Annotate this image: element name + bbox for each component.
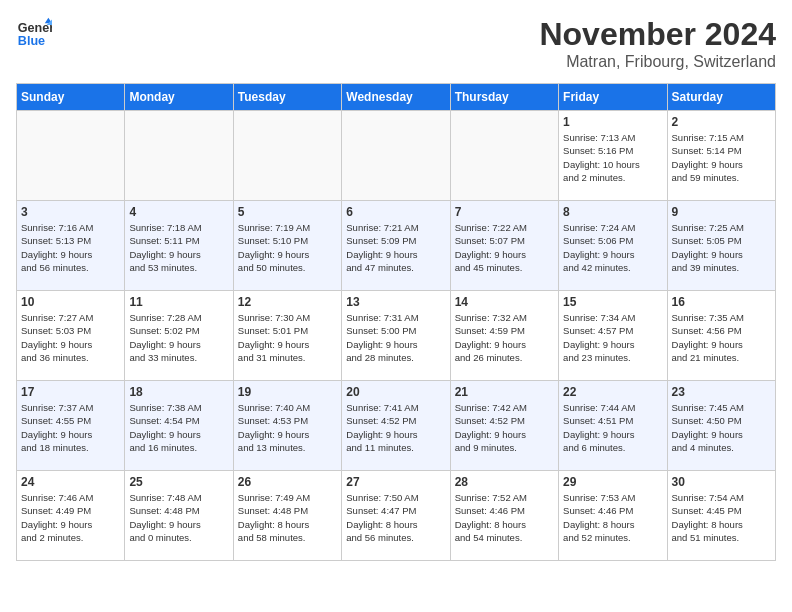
- col-header-monday: Monday: [125, 84, 233, 111]
- day-info: Sunrise: 7:37 AM Sunset: 4:55 PM Dayligh…: [21, 401, 120, 454]
- day-number: 27: [346, 475, 445, 489]
- day-info: Sunrise: 7:38 AM Sunset: 4:54 PM Dayligh…: [129, 401, 228, 454]
- day-info: Sunrise: 7:42 AM Sunset: 4:52 PM Dayligh…: [455, 401, 554, 454]
- week-row-2: 3Sunrise: 7:16 AM Sunset: 5:13 PM Daylig…: [17, 201, 776, 291]
- calendar-cell: 28Sunrise: 7:52 AM Sunset: 4:46 PM Dayli…: [450, 471, 558, 561]
- day-info: Sunrise: 7:27 AM Sunset: 5:03 PM Dayligh…: [21, 311, 120, 364]
- calendar-table: SundayMondayTuesdayWednesdayThursdayFrid…: [16, 83, 776, 561]
- calendar-cell: 23Sunrise: 7:45 AM Sunset: 4:50 PM Dayli…: [667, 381, 775, 471]
- location-title: Matran, Fribourg, Switzerland: [539, 53, 776, 71]
- day-number: 12: [238, 295, 337, 309]
- day-info: Sunrise: 7:19 AM Sunset: 5:10 PM Dayligh…: [238, 221, 337, 274]
- day-number: 11: [129, 295, 228, 309]
- day-info: Sunrise: 7:21 AM Sunset: 5:09 PM Dayligh…: [346, 221, 445, 274]
- day-number: 26: [238, 475, 337, 489]
- day-info: Sunrise: 7:15 AM Sunset: 5:14 PM Dayligh…: [672, 131, 771, 184]
- calendar-cell: 15Sunrise: 7:34 AM Sunset: 4:57 PM Dayli…: [559, 291, 667, 381]
- day-number: 28: [455, 475, 554, 489]
- day-number: 19: [238, 385, 337, 399]
- week-row-5: 24Sunrise: 7:46 AM Sunset: 4:49 PM Dayli…: [17, 471, 776, 561]
- calendar-cell: [17, 111, 125, 201]
- calendar-cell: 1Sunrise: 7:13 AM Sunset: 5:16 PM Daylig…: [559, 111, 667, 201]
- day-info: Sunrise: 7:25 AM Sunset: 5:05 PM Dayligh…: [672, 221, 771, 274]
- day-number: 25: [129, 475, 228, 489]
- day-number: 24: [21, 475, 120, 489]
- calendar-cell: 11Sunrise: 7:28 AM Sunset: 5:02 PM Dayli…: [125, 291, 233, 381]
- month-title: November 2024: [539, 16, 776, 53]
- col-header-thursday: Thursday: [450, 84, 558, 111]
- calendar-cell: 27Sunrise: 7:50 AM Sunset: 4:47 PM Dayli…: [342, 471, 450, 561]
- calendar-cell: 13Sunrise: 7:31 AM Sunset: 5:00 PM Dayli…: [342, 291, 450, 381]
- day-number: 4: [129, 205, 228, 219]
- calendar-cell: 6Sunrise: 7:21 AM Sunset: 5:09 PM Daylig…: [342, 201, 450, 291]
- header: General Blue November 2024 Matran, Fribo…: [16, 16, 776, 71]
- day-number: 5: [238, 205, 337, 219]
- calendar-cell: [233, 111, 341, 201]
- day-number: 21: [455, 385, 554, 399]
- header-row: SundayMondayTuesdayWednesdayThursdayFrid…: [17, 84, 776, 111]
- day-number: 10: [21, 295, 120, 309]
- calendar-cell: 17Sunrise: 7:37 AM Sunset: 4:55 PM Dayli…: [17, 381, 125, 471]
- calendar-cell: 12Sunrise: 7:30 AM Sunset: 5:01 PM Dayli…: [233, 291, 341, 381]
- svg-text:Blue: Blue: [18, 34, 45, 48]
- col-header-wednesday: Wednesday: [342, 84, 450, 111]
- calendar-cell: 14Sunrise: 7:32 AM Sunset: 4:59 PM Dayli…: [450, 291, 558, 381]
- day-number: 15: [563, 295, 662, 309]
- day-number: 22: [563, 385, 662, 399]
- calendar-cell: 9Sunrise: 7:25 AM Sunset: 5:05 PM Daylig…: [667, 201, 775, 291]
- day-number: 1: [563, 115, 662, 129]
- calendar-cell: 24Sunrise: 7:46 AM Sunset: 4:49 PM Dayli…: [17, 471, 125, 561]
- calendar-cell: [342, 111, 450, 201]
- calendar-cell: 26Sunrise: 7:49 AM Sunset: 4:48 PM Dayli…: [233, 471, 341, 561]
- week-row-1: 1Sunrise: 7:13 AM Sunset: 5:16 PM Daylig…: [17, 111, 776, 201]
- calendar-cell: [450, 111, 558, 201]
- calendar-cell: 16Sunrise: 7:35 AM Sunset: 4:56 PM Dayli…: [667, 291, 775, 381]
- day-number: 16: [672, 295, 771, 309]
- day-info: Sunrise: 7:31 AM Sunset: 5:00 PM Dayligh…: [346, 311, 445, 364]
- day-info: Sunrise: 7:30 AM Sunset: 5:01 PM Dayligh…: [238, 311, 337, 364]
- day-info: Sunrise: 7:50 AM Sunset: 4:47 PM Dayligh…: [346, 491, 445, 544]
- calendar-cell: 8Sunrise: 7:24 AM Sunset: 5:06 PM Daylig…: [559, 201, 667, 291]
- day-number: 23: [672, 385, 771, 399]
- day-number: 3: [21, 205, 120, 219]
- day-number: 6: [346, 205, 445, 219]
- calendar-cell: [125, 111, 233, 201]
- day-info: Sunrise: 7:41 AM Sunset: 4:52 PM Dayligh…: [346, 401, 445, 454]
- day-number: 7: [455, 205, 554, 219]
- day-info: Sunrise: 7:28 AM Sunset: 5:02 PM Dayligh…: [129, 311, 228, 364]
- day-number: 30: [672, 475, 771, 489]
- day-number: 8: [563, 205, 662, 219]
- day-info: Sunrise: 7:22 AM Sunset: 5:07 PM Dayligh…: [455, 221, 554, 274]
- day-info: Sunrise: 7:13 AM Sunset: 5:16 PM Dayligh…: [563, 131, 662, 184]
- calendar-cell: 30Sunrise: 7:54 AM Sunset: 4:45 PM Dayli…: [667, 471, 775, 561]
- title-area: November 2024 Matran, Fribourg, Switzerl…: [539, 16, 776, 71]
- day-info: Sunrise: 7:16 AM Sunset: 5:13 PM Dayligh…: [21, 221, 120, 274]
- day-number: 20: [346, 385, 445, 399]
- day-info: Sunrise: 7:45 AM Sunset: 4:50 PM Dayligh…: [672, 401, 771, 454]
- day-number: 14: [455, 295, 554, 309]
- calendar-cell: 10Sunrise: 7:27 AM Sunset: 5:03 PM Dayli…: [17, 291, 125, 381]
- day-number: 2: [672, 115, 771, 129]
- day-number: 29: [563, 475, 662, 489]
- day-number: 13: [346, 295, 445, 309]
- calendar-cell: 20Sunrise: 7:41 AM Sunset: 4:52 PM Dayli…: [342, 381, 450, 471]
- calendar-cell: 7Sunrise: 7:22 AM Sunset: 5:07 PM Daylig…: [450, 201, 558, 291]
- day-number: 9: [672, 205, 771, 219]
- week-row-3: 10Sunrise: 7:27 AM Sunset: 5:03 PM Dayli…: [17, 291, 776, 381]
- calendar-cell: 5Sunrise: 7:19 AM Sunset: 5:10 PM Daylig…: [233, 201, 341, 291]
- logo: General Blue: [16, 16, 52, 52]
- logo-icon: General Blue: [16, 16, 52, 52]
- day-info: Sunrise: 7:49 AM Sunset: 4:48 PM Dayligh…: [238, 491, 337, 544]
- calendar-cell: 29Sunrise: 7:53 AM Sunset: 4:46 PM Dayli…: [559, 471, 667, 561]
- col-header-tuesday: Tuesday: [233, 84, 341, 111]
- calendar-cell: 21Sunrise: 7:42 AM Sunset: 4:52 PM Dayli…: [450, 381, 558, 471]
- day-info: Sunrise: 7:52 AM Sunset: 4:46 PM Dayligh…: [455, 491, 554, 544]
- day-info: Sunrise: 7:24 AM Sunset: 5:06 PM Dayligh…: [563, 221, 662, 274]
- day-info: Sunrise: 7:54 AM Sunset: 4:45 PM Dayligh…: [672, 491, 771, 544]
- day-info: Sunrise: 7:40 AM Sunset: 4:53 PM Dayligh…: [238, 401, 337, 454]
- col-header-friday: Friday: [559, 84, 667, 111]
- day-number: 18: [129, 385, 228, 399]
- day-info: Sunrise: 7:53 AM Sunset: 4:46 PM Dayligh…: [563, 491, 662, 544]
- day-info: Sunrise: 7:34 AM Sunset: 4:57 PM Dayligh…: [563, 311, 662, 364]
- calendar-cell: 3Sunrise: 7:16 AM Sunset: 5:13 PM Daylig…: [17, 201, 125, 291]
